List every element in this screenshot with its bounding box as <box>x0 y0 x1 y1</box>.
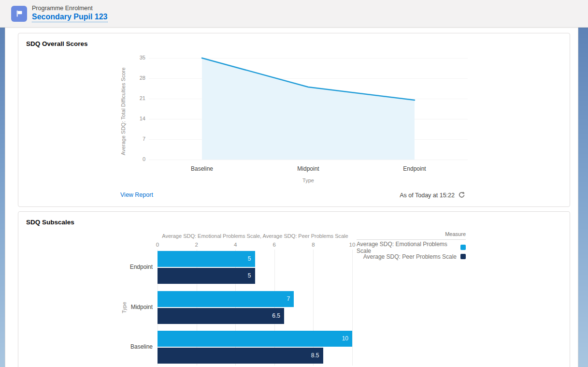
gridline <box>352 250 353 366</box>
bar-value-label: 7 <box>287 291 290 307</box>
y-tick-label: 28 <box>126 75 145 81</box>
bar-value-label: 10 <box>342 331 348 347</box>
line-chart-y-axis-title: Average SDQ: Total Difficulties Score <box>120 58 127 164</box>
bar-midpoint-emotional[interactable]: 7 <box>158 291 294 307</box>
x-tick-label: 4 <box>226 242 245 248</box>
bar-endpoint-emotional[interactable]: 5 <box>158 251 255 267</box>
bar-chart-axis-title: Average SDQ: Emotional Problems Scale, A… <box>140 233 371 239</box>
x-tick-label: 0 <box>148 242 167 248</box>
x-category-label: Midpoint <box>274 165 342 172</box>
card-title: SDQ Overall Scores <box>26 40 88 47</box>
as-of-timestamp: As of Today at 15:22 <box>400 192 455 199</box>
legend-entry: Average SDQ: Peer Problems Scale <box>357 252 466 261</box>
category-label: Midpoint <box>104 304 153 310</box>
card-title: SDQ Subscales <box>26 219 74 226</box>
x-category-label: Baseline <box>168 165 236 172</box>
record-title-link[interactable]: Secondary Pupil 123 <box>32 12 108 22</box>
legend-entry-label: Average SDQ: Emotional Problems Scale <box>357 241 457 254</box>
bar-chart-legend: Measure Average SDQ: Emotional Problems … <box>357 231 466 261</box>
line-chart-x-axis-title: Type <box>274 177 342 183</box>
object-label: Programme Enrolment <box>32 5 108 12</box>
y-tick-label: 35 <box>126 55 145 60</box>
line-chart-area-fill <box>202 58 415 160</box>
content-right-edge <box>578 28 578 367</box>
legend-swatch <box>460 254 466 259</box>
bar-value-label: 5 <box>248 268 251 284</box>
bar-baseline-peer[interactable]: 8.5 <box>158 348 323 364</box>
y-tick-label: 14 <box>126 116 145 121</box>
line-chart[interactable] <box>149 54 468 160</box>
bar-baseline-emotional[interactable]: 10 <box>158 331 352 347</box>
legend-entry-label: Average SDQ: Peer Problems Scale <box>363 253 457 260</box>
legend-title: Measure <box>357 231 466 240</box>
x-tick-label: 8 <box>303 242 323 248</box>
bar-midpoint-peer[interactable]: 6.5 <box>158 308 284 324</box>
bar-value-label: 5 <box>248 251 251 267</box>
view-report-link[interactable]: View Report <box>120 191 153 198</box>
bar-value-label: 8.5 <box>311 348 319 364</box>
background-strip-right <box>578 28 588 367</box>
x-category-label: Endpoint <box>381 165 448 172</box>
refresh-icon[interactable] <box>458 191 465 199</box>
content-left-edge <box>5 28 5 367</box>
category-label: Baseline <box>104 343 153 350</box>
background-strip-left <box>0 28 5 367</box>
record-header: Programme Enrolment Secondary Pupil 123 <box>0 0 588 28</box>
x-tick-label: 6 <box>265 242 284 248</box>
category-label: Endpoint <box>104 264 153 270</box>
legend-entry: Average SDQ: Emotional Problems Scale <box>357 243 466 252</box>
x-tick-label: 2 <box>187 242 206 248</box>
y-tick-label: 0 <box>126 156 145 162</box>
bar-endpoint-peer[interactable]: 5 <box>158 268 255 284</box>
bar-chart[interactable]: 5576.5108.5 <box>158 250 353 366</box>
flag-icon <box>14 9 24 18</box>
last-refresh-row: As of Today at 15:22 <box>400 191 465 199</box>
sdq-subscales-card: SDQ Subscales Average SDQ: Emotional Pro… <box>18 211 570 367</box>
y-tick-label: 21 <box>126 95 145 101</box>
programme-enrolment-flag-icon <box>11 6 27 22</box>
y-tick-label: 7 <box>126 136 145 142</box>
sdq-overall-scores-card: SDQ Overall Scores 0714212835 Average SD… <box>18 33 570 207</box>
legend-swatch <box>460 245 466 250</box>
bar-value-label: 6.5 <box>272 308 280 324</box>
